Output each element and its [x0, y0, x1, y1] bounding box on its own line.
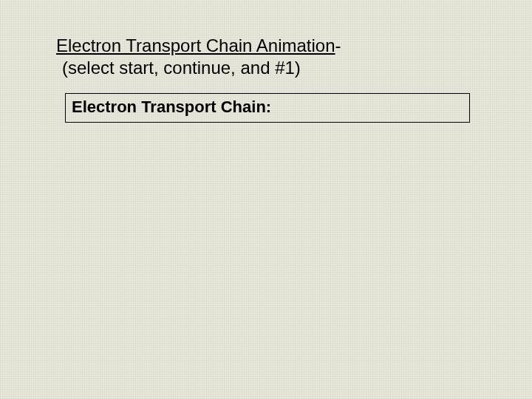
animation-link[interactable]: Electron Transport Chain Animation [56, 35, 335, 55]
heading-line: Electron Transport Chain Animation- [56, 35, 341, 56]
definition-box-text: Electron Transport Chain: [72, 98, 271, 116]
heading-suffix: - [335, 35, 341, 55]
definition-box: Electron Transport Chain: [65, 93, 470, 123]
heading-subtitle: (select start, continue, and #1) [62, 58, 301, 78]
